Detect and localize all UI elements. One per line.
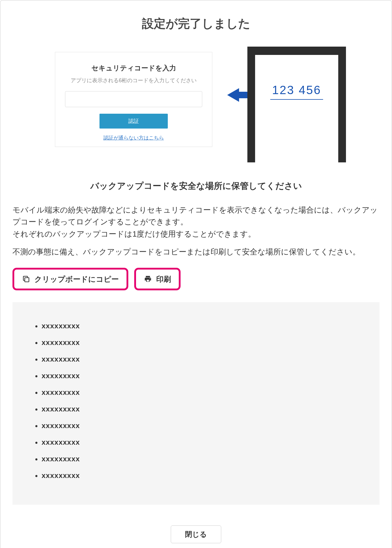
action-button-row: クリップボードにコピー 印刷 (12, 268, 380, 290)
list-item: xxxxxxxxx (42, 368, 359, 384)
list-item: xxxxxxxxx (42, 451, 359, 467)
footer-button-row: 閉じる (12, 525, 380, 543)
copy-button[interactable]: クリップボードにコピー (12, 268, 128, 290)
list-item: xxxxxxxxx (42, 384, 359, 401)
print-button-label: 印刷 (156, 274, 171, 284)
print-icon (144, 275, 152, 283)
list-item: xxxxxxxxx (42, 467, 359, 484)
list-item: xxxxxxxxx (42, 417, 359, 434)
security-code-input (65, 91, 202, 107)
svg-rect-0 (25, 278, 29, 282)
list-item: xxxxxxxxx (42, 334, 359, 351)
print-button[interactable]: 印刷 (134, 268, 181, 290)
backup-subheading: バックアップコードを安全な場所に保管してください (12, 180, 380, 192)
phone-code: 123 456 (270, 83, 323, 100)
dialog-subtitle: アプリに表示される6桁のコードを入力してください (55, 77, 212, 84)
list-item: xxxxxxxxx (42, 434, 359, 451)
phone-screen: 123 456 (255, 55, 338, 162)
phone-frame: 123 456 (247, 47, 346, 162)
backup-codes-list: xxxxxxxxx xxxxxxxxx xxxxxxxxx xxxxxxxxx … (33, 318, 359, 484)
list-item: xxxxxxxxx (42, 351, 359, 368)
illustration: セキュリティコードを入力 アプリに表示される6桁のコードを入力してください 認証… (46, 47, 346, 162)
security-code-dialog: セキュリティコードを入力 アプリに表示される6桁のコードを入力してください 認証… (55, 52, 212, 147)
page-title: 設定が完了しました (12, 15, 380, 32)
body-text-2: 不測の事態に備え、バックアップコードをコピーまたは印刷して安全な場所に保管してく… (12, 246, 380, 258)
list-item: xxxxxxxxx (42, 401, 359, 417)
setup-complete-dialog: 設定が完了しました セキュリティコードを入力 アプリに表示される6桁のコードを入… (0, 0, 392, 548)
help-link: 認証が通らない方はこちら (55, 134, 212, 141)
verify-button: 認証 (99, 114, 168, 129)
body-text-1: モバイル端末の紛失や故障などによりセキュリティコードを表示できなくなった場合には… (12, 204, 380, 240)
copy-button-label: クリップボードにコピー (34, 274, 119, 284)
dialog-title: セキュリティコードを入力 (55, 64, 212, 73)
copy-icon (22, 275, 30, 283)
close-button[interactable]: 閉じる (171, 525, 221, 543)
backup-codes-panel: xxxxxxxxx xxxxxxxxx xxxxxxxxx xxxxxxxxx … (12, 302, 380, 505)
list-item: xxxxxxxxx (42, 318, 359, 334)
